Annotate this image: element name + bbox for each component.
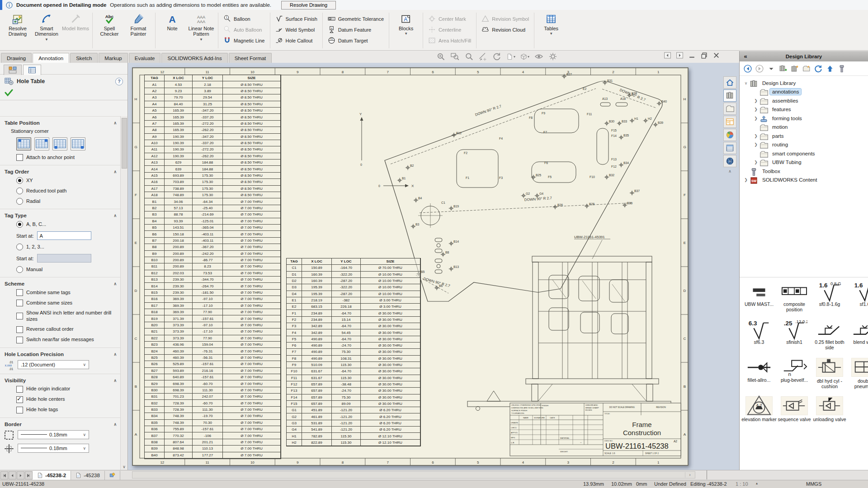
forward-icon[interactable] <box>755 65 764 73</box>
tree-item-solidworks-content[interactable]: ❯ SW SOLIDWORKS Content <box>742 176 868 185</box>
nav-last-icon[interactable] <box>25 471 33 479</box>
tree-item-motion[interactable]: motion <box>742 123 868 132</box>
options-icon[interactable] <box>548 52 557 61</box>
checkbox-attach-to-anchor-point[interactable]: Attach to anchor point <box>16 154 121 161</box>
start-at-input[interactable]: A <box>37 231 91 240</box>
help-icon[interactable]: ? <box>115 78 123 85</box>
ribbon-button-blocks[interactable]: A Blocks ▼ <box>392 12 420 36</box>
checkbox-reverse-callout-order[interactable]: Reverse callout order <box>16 326 121 333</box>
expander-icon[interactable]: ❯ <box>742 178 750 182</box>
expander-icon[interactable]: ❯ <box>752 99 760 103</box>
scroll-right-icon[interactable]: › <box>685 472 694 478</box>
tree-item-ubw-tubing[interactable]: ❯ UBW Tubing <box>742 158 868 167</box>
custom-properties-icon[interactable] <box>723 142 736 154</box>
library-item-sf1-6[interactable]: 1.6 sf1.6 <box>847 282 868 313</box>
library-item-0-25-fillet-both-side[interactable]: 0.25 fillet both side <box>812 320 847 351</box>
dropdown-arrow-icon[interactable]: ▼ <box>404 32 408 36</box>
corner-button-3[interactable] <box>71 137 85 150</box>
nav-next-icon[interactable] <box>17 471 24 479</box>
radio-icon[interactable] <box>16 177 23 184</box>
status-units[interactable]: MMGS <box>806 481 821 487</box>
horizontal-scrollbar[interactable]: › <box>132 471 695 479</box>
ribbon-button-smart-dimension[interactable]: Smart Dimension ▼ <box>33 12 61 42</box>
tab-sheet-format[interactable]: Sheet Format <box>229 53 272 63</box>
library-item-unloading-valve[interactable]: unloading valve <box>812 396 847 422</box>
collapse-section-icon[interactable]: ∧ <box>113 121 117 125</box>
hide-show-icon[interactable] <box>534 52 543 61</box>
corner-button-0[interactable] <box>16 137 31 150</box>
radio-icon[interactable] <box>16 221 23 228</box>
library-item-composite-position[interactable]: composite position <box>777 282 812 313</box>
collapse-section-icon[interactable]: ∧ <box>113 282 117 286</box>
panel-scroll-down-icon[interactable]: ∨ <box>121 465 127 469</box>
add-file-location-icon[interactable] <box>791 65 799 73</box>
library-item-sequence-valve[interactable]: sequence valve <box>777 396 812 422</box>
checkbox-icon[interactable] <box>16 154 23 161</box>
drawing-sheet[interactable]: 121211111010998877665544332211HHGGFFEEDD… <box>132 67 689 466</box>
dropdown-arrow-icon[interactable]: ▼ <box>199 38 203 42</box>
drawing-area[interactable]: 121211111010998877665544332211HHGGFFEEDD… <box>128 63 739 470</box>
close-icon[interactable] <box>712 52 720 59</box>
add-scene-tab[interactable] <box>105 471 120 480</box>
library-item-elevation-marker[interactable]: 4.2 elevation marker <box>741 396 777 422</box>
radio-icon[interactable] <box>16 244 23 250</box>
radio-radial[interactable]: Radial <box>16 198 121 205</box>
status-sheet-scale[interactable]: 1 : 10 <box>736 481 748 487</box>
checkbox-icon[interactable] <box>16 326 23 333</box>
expander-icon[interactable]: ❯ <box>752 160 760 164</box>
minimize-icon[interactable] <box>688 52 696 59</box>
collapse-section-icon[interactable]: ∧ <box>113 422 117 427</box>
library-item-ubw-mast[interactable]: UBW MAST... <box>741 282 777 313</box>
border-thickness-select[interactable]: 0.18mm∨ <box>18 444 89 453</box>
precision-select[interactable]: .12 (Document)∨ <box>18 360 89 369</box>
checkbox-hide-origin-indicator[interactable]: Hide origin indicator <box>16 386 121 393</box>
scale-dropdown-icon[interactable]: ▴ <box>756 481 758 485</box>
checkbox-combine-same-sizes[interactable]: Combine same sizes <box>16 300 121 306</box>
collapse-panel-icon[interactable]: « <box>740 53 751 60</box>
tab-hole-table-properties[interactable] <box>23 65 41 75</box>
refresh-icon[interactable] <box>814 65 822 73</box>
ribbon-button-hole-callout[interactable]: Hole Callout <box>273 35 315 46</box>
tab-solidworks-add-ins[interactable]: SOLIDWORKS Add-Ins <box>161 53 227 63</box>
corner-button-1[interactable] <box>34 137 49 150</box>
radio-reduced-tool-path[interactable]: Reduced tool path <box>16 188 121 194</box>
checkbox-icon[interactable] <box>16 313 23 319</box>
dropdown-arrow-icon[interactable]: ▼ <box>45 38 48 42</box>
ribbon-button-spell-checker[interactable]: Abc Spell Checker <box>95 12 123 38</box>
home-icon[interactable] <box>723 76 736 89</box>
collapse-section-icon[interactable]: ∧ <box>113 378 117 383</box>
view-palette-icon[interactable] <box>723 116 736 128</box>
tab-annotation[interactable]: Annotation <box>33 53 69 63</box>
collapse-section-icon[interactable]: ∧ <box>113 169 117 174</box>
tree-item-parts[interactable]: ❯ parts <box>742 131 868 141</box>
radio-xy[interactable]: XY <box>16 177 121 184</box>
library-item-double-pneuma[interactable]: double pneuma... <box>847 358 868 389</box>
sheet-tab-45238-2[interactable]: -45238-2 <box>33 471 71 480</box>
dropdown-arrow-icon[interactable]: ▼ <box>549 32 553 36</box>
radio-manual[interactable]: Manual <box>16 266 121 273</box>
tab-drawing[interactable]: Drawing <box>1 53 32 63</box>
rotate-view-icon[interactable] <box>492 52 501 61</box>
ribbon-button-geometric-tolerance[interactable]: Geometric Tolerance <box>326 14 386 24</box>
checkbox-switch-near-far-side-messages[interactable]: Switch near/far side messages <box>16 337 121 343</box>
panel-scrollbar[interactable]: ∨ <box>120 116 127 470</box>
library-item-blend-we[interactable]: blend we... <box>847 320 868 351</box>
ribbon-button-tables[interactable]: Tables ▼ <box>537 12 565 36</box>
ok-button[interactable] <box>0 87 127 100</box>
tab-sketch[interactable]: Sketch <box>70 53 98 63</box>
checkbox-icon[interactable] <box>16 300 23 306</box>
hole-table-main[interactable]: TAGX LOCY LOCSIZEA14.532.18Ø 8.50 THRUA2… <box>144 75 281 459</box>
checkbox-show-ansi-inch-letter-and-number-drill-sizes[interactable]: Show ANSI inch letter and number drill s… <box>16 310 121 323</box>
checkbox-icon[interactable] <box>16 407 23 413</box>
dropdown-icon[interactable] <box>767 65 775 73</box>
ribbon-button-magnetic-line[interactable]: Magnetic Line <box>221 35 267 46</box>
up-icon[interactable] <box>826 65 834 73</box>
expander-icon[interactable]: ∨ <box>742 81 750 85</box>
forum-icon[interactable]: D <box>723 155 736 167</box>
collapse-section-icon[interactable]: ∧ <box>113 352 117 357</box>
checkbox-icon[interactable] <box>16 396 23 403</box>
radio-1-2-3[interactable]: 1, 2, 3... <box>16 244 121 250</box>
checkbox-hide-hole-tags[interactable]: Hide hole tags <box>16 407 121 413</box>
radio-icon[interactable] <box>16 198 23 205</box>
ribbon-button-linear-note-pattern[interactable]: AAAAAA Linear Note Pattern ▼ <box>187 12 215 42</box>
